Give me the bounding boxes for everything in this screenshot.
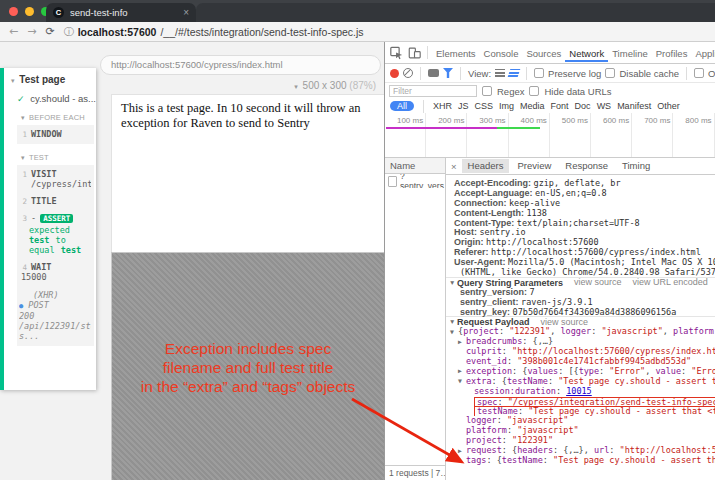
hide-data-urls-label[interactable]: Hide data URLs xyxy=(544,86,611,97)
request-header-row: Connection: keep-alive xyxy=(446,199,715,209)
reload-icon[interactable]: ⟳ xyxy=(45,25,54,38)
command-window[interactable]: 1 WINDOW xyxy=(19,129,91,139)
viewport-size-label[interactable]: ▾ 500 x 300 (87%) xyxy=(294,80,376,91)
param-value: 7 xyxy=(530,288,535,297)
payload-line[interactable]: ▼{project: "122391", logger: "javascript… xyxy=(446,327,715,337)
filter-funnel-icon[interactable] xyxy=(443,68,453,78)
tab-title: send-test-info xyxy=(70,7,177,18)
payload-token: : xyxy=(502,347,512,356)
filter-pill-xhr[interactable]: XHR xyxy=(433,101,452,111)
filter-pill-doc[interactable]: Doc xyxy=(575,101,591,111)
payload-token: testName xyxy=(502,456,543,465)
close-tab-icon[interactable]: × xyxy=(183,7,189,18)
list-view-icon[interactable] xyxy=(495,69,505,77)
tab-profiles[interactable]: Profiles xyxy=(652,44,692,62)
filter-pill-manifest[interactable]: Manifest xyxy=(617,101,651,111)
details-tab-headers[interactable]: Headers xyxy=(462,159,510,173)
regex-checkbox[interactable] xyxy=(482,86,492,96)
request-payload-section-header[interactable]: ▼Request Payloadview source xyxy=(446,317,715,327)
test-section[interactable]: ▾ TEST xyxy=(21,153,96,162)
preserve-log-checkbox[interactable] xyxy=(534,68,544,78)
view-source-link[interactable]: view source xyxy=(541,317,589,327)
record-icon[interactable] xyxy=(390,69,399,78)
tab-application[interactable]: Application xyxy=(691,44,715,62)
payload-token: : xyxy=(507,357,517,366)
payload-line: platform: "javascript" xyxy=(446,426,715,436)
filter-pill-css[interactable]: CSS xyxy=(475,101,494,111)
screenshot-icon[interactable] xyxy=(428,69,439,77)
view-source-link[interactable]: view source xyxy=(574,278,622,288)
details-tab-response[interactable]: Response xyxy=(559,159,614,173)
test-row[interactable]: ✓ cy.should - as... xyxy=(17,93,96,104)
tab-timeline[interactable]: Timeline xyxy=(608,44,652,62)
payload-line[interactable]: ▶tags: {testName: "Test page cy.should -… xyxy=(446,456,715,466)
filter-pill-media[interactable]: Media xyxy=(520,101,545,111)
filter-pill-other[interactable]: Other xyxy=(657,101,680,111)
network-overview[interactable]: 100 ms200 ms300 ms400 ms500 ms600 ms700 … xyxy=(385,113,715,158)
payload-token: , xyxy=(645,367,655,376)
filter-pill-font[interactable]: Font xyxy=(551,101,569,111)
url-field[interactable]: ⓘ localhost:57600/__/#/tests/integration… xyxy=(64,25,364,39)
hide-data-urls-checkbox[interactable] xyxy=(529,86,539,96)
command-assert[interactable]: 3 - ASSERT xyxy=(19,213,91,223)
clear-icon[interactable] xyxy=(403,68,413,78)
command-visit[interactable]: 1 VISIT xyxy=(19,169,91,179)
xhr-request-log[interactable]: (XHR) ● POST 200 /api/122391/stor s... xyxy=(19,290,91,341)
param-name: sentry_client: xyxy=(460,298,521,307)
waterfall-view-icon[interactable] xyxy=(508,69,521,77)
devtools-tab-bar: ElementsConsoleSourcesNetworkTimelinePro… xyxy=(385,42,715,64)
query-string-section-header[interactable]: ▼Query String Parametersview sourceview … xyxy=(446,278,715,288)
filter-pill-ws[interactable]: WS xyxy=(597,101,612,111)
suite-row[interactable]: ▾ Test page xyxy=(11,74,96,85)
suite-title: Test page xyxy=(19,74,65,85)
payload-line[interactable]: ▶exception: {values: [{type: "Error", va… xyxy=(446,367,715,377)
offline-checkbox[interactable] xyxy=(694,68,704,78)
network-table: Name ?sentry_vers... 1 requests | 7… × H… xyxy=(385,158,715,480)
header-name: Origin: xyxy=(454,238,486,247)
tab-elements[interactable]: Elements xyxy=(432,44,480,62)
payload-token: spec xyxy=(477,397,497,407)
view-url-encoded-link[interactable]: view URL encoded xyxy=(633,278,708,288)
payload-token: value xyxy=(655,367,681,376)
payload-line[interactable]: ▶breadcrumbs: {,…} xyxy=(446,337,715,347)
aut-url-pill[interactable]: http://localhost:57600/cypress/index.htm… xyxy=(100,55,381,75)
payload-line[interactable]: ▶request: {headers: {,…}, url: "http://l… xyxy=(446,446,715,456)
payload-token: "122391" xyxy=(509,327,550,336)
filter-input[interactable]: Filter xyxy=(389,85,477,97)
filter-pill-img[interactable]: Img xyxy=(499,101,514,111)
payload-token: "398b001c4e1741cfabbf9945adbd553d" xyxy=(517,357,691,366)
device-toolbar-icon[interactable] xyxy=(407,46,422,60)
payload-token: "http://localhost:57600/cypress/index.ht… xyxy=(512,347,715,356)
name-column-header[interactable]: Name xyxy=(385,158,445,174)
minimize-window-button[interactable] xyxy=(25,7,34,16)
inspect-element-icon[interactable] xyxy=(389,46,404,60)
tab-network[interactable]: Network xyxy=(565,44,608,62)
tab-console[interactable]: Console xyxy=(480,44,523,62)
filter-pill-js[interactable]: JS xyxy=(458,101,469,111)
disable-cache-checkbox[interactable] xyxy=(605,68,615,78)
page-info-icon[interactable]: ⓘ xyxy=(64,25,74,39)
disable-cache-label[interactable]: Disable cache xyxy=(619,68,679,79)
back-icon[interactable]: ← xyxy=(9,25,18,38)
forward-icon[interactable]: → xyxy=(27,25,36,38)
tab-sources[interactable]: Sources xyxy=(522,44,565,62)
close-details-icon[interactable]: × xyxy=(448,161,460,172)
offline-label[interactable]: Offline xyxy=(708,68,715,79)
details-tab-timing[interactable]: Timing xyxy=(616,159,656,173)
preserve-log-label[interactable]: Preserve log xyxy=(548,68,601,79)
payload-token: "Error on purp xyxy=(691,367,715,376)
browser-tab[interactable]: C send-test-info × xyxy=(46,3,196,22)
before-each-section[interactable]: ▾ BEFORE EACH xyxy=(21,113,96,122)
header-value: http://localhost:57600/cypress/index.htm… xyxy=(491,248,701,257)
filter-pill-all[interactable]: All xyxy=(390,101,414,111)
regex-label[interactable]: Regex xyxy=(497,86,524,97)
request-row[interactable]: ?sentry_vers... xyxy=(385,174,445,188)
devtools-panel: ElementsConsoleSourcesNetworkTimelinePro… xyxy=(384,42,715,480)
command-title[interactable]: 2 TITLE xyxy=(19,196,91,206)
payload-token: : xyxy=(518,406,528,416)
payload-line[interactable]: ▼extra: {testName: "Test page cy.should … xyxy=(446,377,715,387)
details-tab-preview[interactable]: Preview xyxy=(511,159,557,173)
command-number: 2 xyxy=(19,197,27,206)
close-window-button[interactable] xyxy=(9,7,18,16)
command-wait[interactable]: 4 WAIT xyxy=(19,262,91,272)
